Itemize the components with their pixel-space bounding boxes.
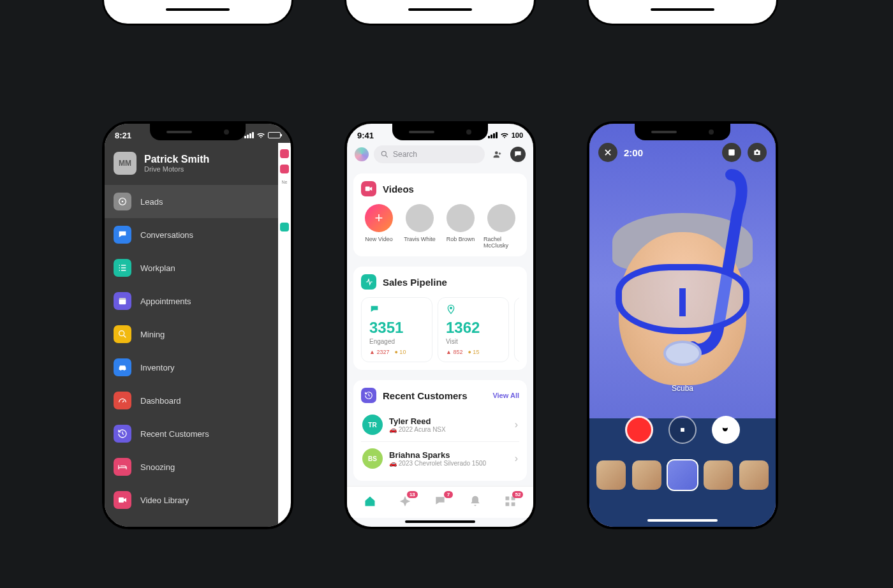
filter-thumb[interactable]: [596, 460, 626, 490]
filter-thumb[interactable]: [704, 460, 733, 490]
sidebar-item-inventory[interactable]: Inventory: [105, 351, 291, 384]
car-icon: [114, 358, 131, 376]
sidebar-item-label: Recent Customers: [140, 429, 209, 439]
filter-button[interactable]: [510, 277, 519, 286]
search-input[interactable]: Search: [374, 145, 485, 163]
card-value: 1362: [446, 319, 501, 337]
sidebar-item-snoozing[interactable]: Snoozing: [105, 450, 291, 483]
sidebar-item-appointments[interactable]: Appointments: [105, 284, 291, 318]
history-icon: [361, 388, 376, 403]
view-all-link[interactable]: View All: [492, 392, 519, 399]
svg-point-11: [450, 307, 452, 309]
svg-point-8: [381, 151, 386, 156]
label: Travis White: [404, 236, 436, 242]
record-button[interactable]: [625, 416, 653, 444]
status-time: 9:41: [357, 131, 374, 140]
video-icon: [361, 181, 376, 196]
stop-button[interactable]: [668, 416, 697, 444]
card-label: Engaged: [369, 338, 424, 345]
svg-rect-3: [119, 298, 126, 300]
customer-row[interactable]: BSBriahna Sparks🚗 2023 Chevrolet Silvera…: [361, 441, 519, 475]
new-video-button[interactable]: +New Video: [361, 204, 397, 249]
search-icon: [380, 150, 389, 159]
profile-header[interactable]: MM Patrick Smith Drive Motors: [105, 143, 291, 185]
phone-frame-top-3: [587, 0, 778, 26]
avatar: [487, 204, 515, 232]
filter-label: Scuba: [589, 384, 776, 393]
phone-sidebar: 8:21 MM Patrick Smith Drive Motors Leads…: [102, 121, 293, 529]
chat-button[interactable]: [510, 147, 526, 162]
video-person[interactable]: Travis White: [402, 204, 438, 249]
customer-name: Briahna Sparks: [389, 450, 486, 460]
calendar-icon: [114, 292, 131, 310]
gallery-button[interactable]: [722, 143, 741, 162]
sidebar-item-label: Video Library: [140, 496, 189, 505]
customer-meta: 🚗 2022 Acura NSX: [389, 426, 446, 433]
add-user-button[interactable]: [490, 147, 505, 162]
filter-thumb[interactable]: [739, 460, 769, 490]
home-indicator[interactable]: [647, 519, 718, 522]
svg-rect-7: [119, 497, 124, 503]
chat-icon: [513, 150, 522, 159]
svg-rect-19: [681, 428, 684, 432]
tab-count[interactable]: 52: [504, 495, 517, 510]
svg-point-4: [119, 331, 124, 336]
svg-point-9: [495, 151, 498, 154]
gold-count: ● 15: [468, 349, 479, 355]
svg-point-6: [124, 369, 125, 371]
filter-thumb[interactable]: [632, 460, 661, 490]
avatar: TR: [362, 415, 383, 435]
avatar: BS: [362, 448, 383, 469]
tab-bell[interactable]: [469, 495, 482, 510]
history-icon: [114, 425, 131, 443]
tab-chat[interactable]: 7: [434, 495, 447, 510]
add-user-icon: [493, 150, 502, 159]
customer-row[interactable]: TRTyler Reed🚗 2022 Acura NSX›: [361, 408, 519, 441]
sidebar-item-mining[interactable]: Mining: [105, 318, 291, 351]
avatar: [447, 204, 475, 232]
sidebar-item-label: Dashboard: [140, 396, 181, 406]
sidebar-item-label: Snoozing: [140, 462, 175, 472]
sidebar-item-leads[interactable]: Leads: [105, 185, 291, 218]
badge: 13: [407, 491, 418, 498]
svg-point-1: [122, 201, 124, 203]
sidebar-item-dashboard[interactable]: Dashboard: [105, 384, 291, 417]
bed-icon: [114, 458, 131, 476]
close-button[interactable]: [598, 143, 617, 162]
notch: [150, 124, 246, 140]
tab-home[interactable]: [364, 495, 376, 510]
pipeline-section: Sales Pipeline 3351Engaged▲ 2327● 101362…: [353, 267, 527, 370]
sidebar-item-conversations[interactable]: Conversations: [105, 218, 291, 251]
card-icon: [446, 304, 501, 316]
underlying-screen-sliver: Ne: [278, 143, 291, 527]
filter-thumb[interactable]: [668, 460, 697, 490]
status-time: 8:21: [115, 131, 131, 140]
sidebar-item-label: Conversations: [140, 230, 193, 240]
warn-count: ▲ 2327: [369, 349, 389, 355]
effects-button[interactable]: [712, 416, 740, 444]
sidebar-item-recent-customers[interactable]: Recent Customers: [105, 417, 291, 450]
tab-compass[interactable]: 13: [399, 495, 411, 510]
filter-strip[interactable]: [589, 460, 776, 490]
home-icon: [364, 495, 376, 508]
wifi-icon: [500, 131, 509, 140]
flip-camera-button[interactable]: [748, 143, 767, 162]
video-person[interactable]: Rachel McClusky: [483, 204, 519, 249]
timer: 2:00: [624, 147, 643, 158]
notch: [392, 124, 488, 140]
snorkel-mouthpiece: [663, 341, 702, 366]
sidebar-item-video-library[interactable]: Video Library: [105, 483, 291, 517]
pipeline-card[interactable]: 3351Engaged▲ 2327● 10: [361, 297, 432, 362]
home-indicator[interactable]: [405, 520, 475, 523]
customer-name: Tyler Reed: [389, 416, 446, 426]
sidebar-menu: LeadsConversationsWorkplanAppointmentsMi…: [105, 185, 291, 517]
video-person[interactable]: Rob Brown: [443, 204, 478, 249]
badge: 52: [512, 491, 523, 498]
app-logo-icon[interactable]: [355, 147, 369, 161]
sidebar-item-workplan[interactable]: Workplan: [105, 251, 291, 284]
plus-icon: +: [365, 204, 393, 232]
section-title: Recent Customers: [383, 390, 468, 401]
bell-icon: [469, 495, 482, 508]
pipeline-card[interactable]: 1362Visit▲ 852● 15: [438, 297, 509, 362]
pipeline-card[interactable]: 0Pro: [514, 297, 519, 362]
